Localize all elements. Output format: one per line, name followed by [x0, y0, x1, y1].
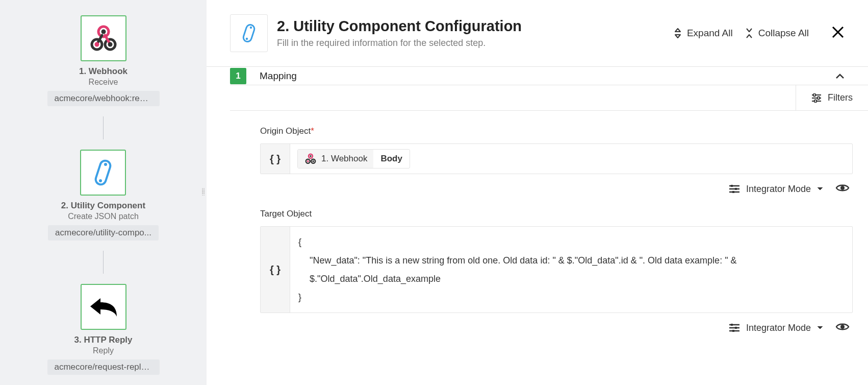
section-title: Mapping — [260, 70, 835, 82]
collapse-all-button[interactable]: Collapse All — [745, 28, 809, 39]
svg-point-18 — [310, 155, 312, 157]
svg-point-5 — [108, 42, 112, 47]
flow-node-utility[interactable]: 2. Utility Component Create JSON patch a… — [48, 150, 159, 240]
webhook-icon — [304, 152, 317, 165]
preview-button[interactable] — [835, 183, 850, 195]
svg-rect-27 — [732, 330, 734, 332]
section-number-badge: 1 — [230, 68, 246, 84]
preview-button[interactable] — [835, 322, 850, 333]
connector — [103, 251, 104, 274]
svg-point-3 — [101, 30, 106, 34]
drag-handle-icon[interactable]: ⠿⠿⠿ — [201, 189, 206, 196]
node-subtitle: Receive — [89, 78, 118, 87]
svg-rect-26 — [735, 327, 737, 329]
filters-button[interactable]: Filters — [796, 85, 868, 110]
expand-all-button[interactable]: Expand All — [674, 28, 733, 39]
expand-icon — [674, 28, 682, 39]
expand-all-label: Expand All — [687, 28, 733, 39]
origin-object-label: Origin Object* — [260, 126, 853, 136]
panel-subtitle: Fill in the required information for the… — [277, 38, 665, 49]
svg-rect-25 — [731, 324, 733, 326]
target-code-editor[interactable]: { "New_data": "This is a new string from… — [290, 227, 852, 312]
collapse-all-label: Collapse All — [758, 28, 809, 39]
list-icon — [729, 185, 740, 193]
panel-title: 2. Utility Component Configuration — [277, 18, 665, 35]
required-indicator: * — [311, 126, 314, 136]
target-object-label: Target Object — [260, 209, 853, 219]
origin-object-input[interactable]: { } — [260, 143, 853, 174]
svg-point-20 — [312, 160, 314, 162]
json-mode-toggle[interactable]: { } — [261, 144, 290, 174]
section-mapping-header[interactable]: 1 Mapping — [207, 66, 868, 85]
panel-header: 2. Utility Component Configuration Fill … — [207, 0, 868, 66]
node-title: 3. HTTP Reply — [74, 335, 133, 345]
svg-rect-6 — [95, 159, 112, 186]
node-path: acmecore/request-reply:... — [47, 359, 160, 375]
node-subtitle: Create JSON patch — [68, 212, 139, 221]
mapping-content: Origin Object* { } — [207, 111, 868, 385]
node-path: acmecore/webhook:recei... — [47, 91, 160, 106]
svg-point-19 — [307, 160, 309, 162]
svg-point-13 — [818, 97, 820, 99]
svg-point-24 — [840, 186, 845, 190]
eye-icon — [835, 322, 850, 331]
config-panel: 2. Utility Component Configuration Fill … — [207, 0, 868, 385]
close-button[interactable] — [831, 26, 845, 41]
integrator-mode-select[interactable]: Integrator Mode — [729, 323, 823, 333]
chevron-up-icon — [835, 70, 845, 82]
close-icon — [831, 26, 845, 39]
connector — [103, 116, 104, 139]
filters-icon — [811, 93, 822, 103]
node-subtitle: Reply — [93, 346, 114, 355]
svg-point-4 — [94, 42, 99, 47]
chip-property-label: Body — [373, 150, 410, 168]
svg-point-11 — [246, 38, 248, 40]
flow-sidebar: 1. Webhook Receive acmecore/webhook:rece… — [0, 0, 207, 385]
chevron-down-icon — [817, 187, 823, 191]
utility-icon — [230, 14, 268, 52]
integrator-mode-select[interactable]: Integrator Mode — [729, 184, 823, 195]
node-title: 1. Webhook — [79, 66, 127, 77]
svg-point-10 — [250, 27, 252, 29]
flow-node-reply[interactable]: 3. HTTP Reply Reply acmecore/request-rep… — [47, 284, 160, 375]
webhook-icon — [81, 15, 126, 61]
mode-label: Integrator Mode — [746, 184, 811, 195]
svg-rect-9 — [242, 23, 256, 42]
utility-icon — [80, 150, 126, 196]
target-object-input[interactable]: { } { "New_data": "This is a new string … — [260, 226, 853, 313]
chevron-down-icon — [817, 326, 823, 330]
collapse-icon — [745, 28, 753, 39]
origin-source-chip[interactable]: 1. Webhook Body — [297, 149, 410, 169]
svg-rect-23 — [732, 191, 734, 193]
mode-label: Integrator Mode — [746, 323, 811, 333]
reply-icon — [81, 284, 126, 330]
svg-point-8 — [99, 179, 102, 182]
node-path: acmecore/utility-compo... — [48, 225, 159, 240]
svg-rect-21 — [731, 185, 733, 187]
filters-row: Filters — [230, 85, 868, 111]
flow-node-webhook[interactable]: 1. Webhook Receive acmecore/webhook:rece… — [47, 15, 160, 106]
chip-source-label: 1. Webhook — [321, 154, 367, 164]
list-icon — [729, 324, 740, 332]
svg-point-12 — [813, 93, 816, 96]
json-mode-toggle[interactable]: { } — [261, 227, 290, 312]
svg-point-14 — [814, 100, 817, 102]
filters-label: Filters — [828, 92, 853, 103]
svg-point-7 — [104, 163, 107, 166]
svg-rect-22 — [735, 188, 737, 190]
svg-point-28 — [840, 325, 845, 329]
eye-icon — [835, 183, 850, 192]
node-title: 2. Utility Component — [61, 201, 145, 211]
